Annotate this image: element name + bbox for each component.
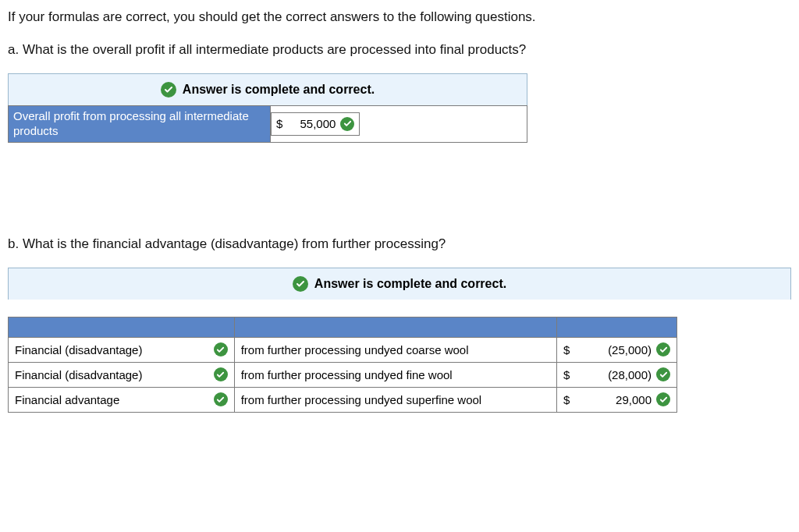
part-b-container: Answer is complete and correct. Financia…: [8, 268, 791, 413]
type-label: Financial (disadvantage): [15, 368, 142, 381]
table-header-row: [9, 317, 677, 337]
table-row: Financial (disadvantage) from further pr…: [9, 337, 677, 362]
currency-symbol: $: [563, 368, 574, 381]
table-header: [557, 317, 677, 337]
question-a-text: a. What is the overall profit if all int…: [8, 42, 791, 58]
amount-value: (28,000): [574, 368, 656, 381]
description-cell: from further processing undyed coarse wo…: [234, 337, 556, 362]
table-row: Financial (disadvantage) from further pr…: [9, 362, 677, 387]
overall-profit-label: Overall profit from processing all inter…: [9, 106, 271, 142]
currency-symbol: $: [276, 117, 282, 130]
advantage-table: Financial (disadvantage) from further pr…: [8, 317, 677, 413]
check-circle-icon: [214, 342, 228, 356]
overall-profit-row: Overall profit from processing all inter…: [8, 105, 527, 143]
amount-value: (25,000): [574, 343, 656, 356]
description-cell: from further processing undyed superfine…: [234, 387, 556, 412]
type-label: Financial advantage: [15, 393, 119, 406]
type-label: Financial (disadvantage): [15, 343, 142, 356]
question-b-text: b. What is the financial advantage (disa…: [8, 236, 791, 252]
part-a-container: Answer is complete and correct. Overall …: [8, 73, 527, 143]
check-circle-icon: [161, 82, 176, 98]
check-circle-icon: [214, 392, 228, 406]
answer-banner-a: Answer is complete and correct.: [8, 73, 527, 105]
check-circle-icon: [656, 367, 670, 381]
amount-value: 29,000: [574, 393, 656, 406]
overall-profit-amount: 55,000: [292, 117, 336, 130]
intro-text: If your formulas are correct, you should…: [8, 9, 791, 25]
banner-text: Answer is complete and correct.: [314, 277, 506, 291]
overall-profit-value-cell: $ 55,000: [271, 106, 360, 142]
table-row: Financial advantage from further process…: [9, 387, 677, 412]
check-circle-icon: [340, 117, 354, 131]
description-cell: from further processing undyed fine wool: [234, 362, 556, 387]
check-circle-icon: [214, 367, 228, 381]
check-circle-icon: [656, 342, 670, 356]
table-header: [9, 317, 235, 337]
answer-banner-b: Answer is complete and correct.: [8, 268, 791, 300]
banner-text: Answer is complete and correct.: [183, 83, 375, 97]
table-header: [234, 317, 556, 337]
currency-symbol: $: [563, 343, 574, 356]
overall-profit-value: $ 55,000: [271, 112, 360, 136]
check-circle-icon: [656, 392, 670, 406]
check-circle-icon: [293, 276, 308, 292]
currency-symbol: $: [563, 393, 574, 406]
